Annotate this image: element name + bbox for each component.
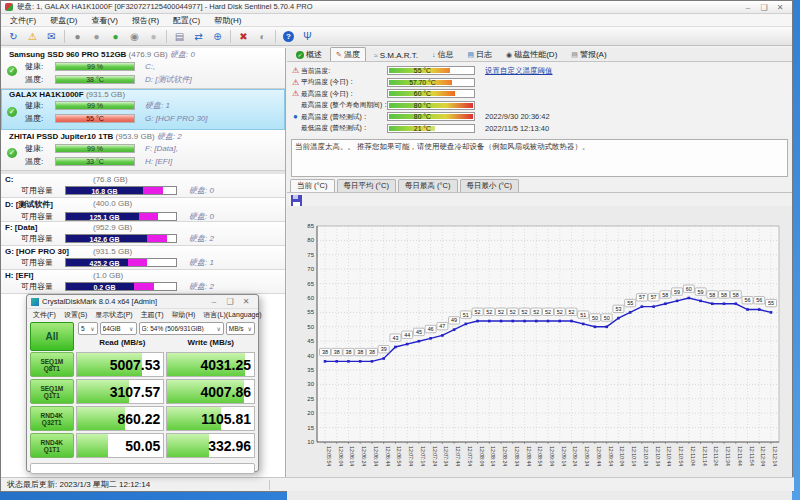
alert-doc-icon: ▤: [571, 51, 578, 59]
window-maximize-button[interactable]: ❑: [756, 3, 772, 12]
network-icon[interactable]: ⊕: [209, 29, 226, 44]
tab-log-doc[interactable]: ▤日志: [461, 47, 498, 61]
warning-icon[interactable]: ⚠: [24, 29, 41, 44]
cdm-test-label[interactable]: RND4KQ32T1: [30, 406, 74, 431]
disk-list-item[interactable]: ✓ZHITAI PSSD Jupiter10 1TB (953.9 GB) 硬盘…: [1, 130, 285, 171]
data-point-label: 38: [345, 349, 351, 355]
sync-icon[interactable]: ⇄: [190, 29, 207, 44]
data-point-label: 52: [475, 309, 481, 315]
menu-item[interactable]: 报告(R): [125, 15, 166, 26]
chart-tab-bar: 当前 (°C)每日平均 (°C)每日最高 (°C)每日最小 (°C): [287, 180, 792, 193]
cdm-all-button[interactable]: All: [30, 322, 74, 351]
tab-label: 日志: [476, 49, 492, 60]
cdm-write-cell[interactable]: 4031.25: [166, 352, 255, 377]
cdm-result-row: RND4KQ32T1860.221105.81: [30, 406, 255, 431]
cdm-minimize-button[interactable]: –: [206, 297, 222, 306]
disk-list-item[interactable]: ✓Samsung SSD 960 PRO 512GB (476.9 GB) 硬盘…: [1, 48, 285, 89]
cdm-test-label[interactable]: RND4KQ1T1: [30, 433, 74, 458]
cdm-read-cell[interactable]: 860.22: [76, 406, 165, 431]
app-icon: [5, 3, 13, 11]
warning-icon: ⚠: [290, 66, 301, 75]
menu-item[interactable]: 帮助(H): [207, 15, 248, 26]
set-threshold-link[interactable]: 设置自定义温度阈值: [485, 66, 553, 76]
partition-list-item[interactable]: H: [EFI](1.0 GB)可用容量0.2 GB硬盘: 2: [1, 270, 285, 294]
data-point-label: 46: [428, 326, 434, 332]
disk-offline-icon[interactable]: ●: [69, 29, 86, 44]
tab-alert-doc[interactable]: ▤警报(A): [565, 47, 612, 61]
refresh-icon: ↻: [9, 31, 17, 42]
capacity-magenta-fill: [147, 235, 167, 242]
usb-icon[interactable]: Ψ: [299, 29, 316, 44]
tab-info-arrow[interactable]: ↓信息: [426, 47, 460, 61]
partition-disk-ref: 硬盘: 2: [189, 281, 214, 292]
help-icon[interactable]: ?: [280, 29, 297, 44]
menu-item[interactable]: 配置(C): [166, 15, 207, 26]
cdm-close-button[interactable]: ✕: [238, 297, 254, 306]
disk-health-row: 健康:99 %硬盘: 1: [5, 99, 281, 112]
sphere-icon[interactable]: ●: [145, 29, 162, 44]
cdm-read-cell[interactable]: 5007.53: [76, 352, 165, 377]
partition-list-item[interactable]: C:(76.8 GB)可用容量16.8 GB硬盘: 0: [1, 174, 285, 198]
temperature-row: ⚠当前温度:55 °C设置自定义温度阈值: [287, 65, 792, 77]
mail-report-icon[interactable]: ✉: [43, 29, 60, 44]
menu-item[interactable]: 硬盘(D): [43, 15, 84, 26]
cdm-read-value: 860.22: [77, 407, 164, 430]
cdm-menu-item[interactable]: 设置(S): [60, 310, 91, 320]
temperature-row: 最高温度 (整个寿命周期间)：80 °C: [287, 100, 792, 112]
window-close-button[interactable]: ✕: [772, 3, 788, 12]
menu-item[interactable]: 查看(V): [84, 15, 125, 26]
health-ok-icon: ✓: [7, 148, 17, 158]
data-point-label: 44: [404, 332, 410, 338]
partition-list-item[interactable]: F: [Data](952.9 GB)可用容量142.6 GB硬盘: 2: [1, 222, 285, 246]
cdm-test-label[interactable]: SEQ1MQ8T1: [30, 352, 74, 377]
chart-tab[interactable]: 每日最小 (°C): [460, 179, 520, 192]
cdm-combo[interactable]: MB/s∨: [226, 322, 255, 335]
cdm-combo[interactable]: 64GiB∨: [100, 322, 137, 335]
cdm-menu-item[interactable]: 显示状态(P): [91, 310, 136, 320]
tab-check-circle[interactable]: ✓概述: [290, 47, 328, 61]
cdm-combo[interactable]: 5∨: [78, 322, 98, 335]
cdm-test-label[interactable]: SEQ1MQ1T1: [30, 379, 74, 404]
cdm-result-row: SEQ1MQ1T13107.574007.86: [30, 379, 255, 404]
document-icon[interactable]: ▤: [171, 29, 188, 44]
globe-gray-icon[interactable]: ◐: [254, 29, 271, 44]
window-minimize-button[interactable]: –: [740, 3, 756, 12]
disk-test-icon[interactable]: ●: [88, 29, 105, 44]
tab-thermometer[interactable]: ✎温度: [330, 47, 366, 61]
chart-tab[interactable]: 每日最高 (°C): [398, 179, 458, 192]
toolbar-separator: [275, 30, 276, 43]
monitor-error-icon[interactable]: ✖: [235, 29, 252, 44]
cdm-write-cell[interactable]: 332.96: [166, 433, 255, 458]
disk-ok-icon[interactable]: ●: [107, 29, 124, 44]
partition-list-item[interactable]: D: [测试软件](400.0 GB)可用容量125.1 GB硬盘: 0: [1, 198, 285, 222]
usb-icon: Ψ: [303, 31, 311, 42]
save-chart-icon[interactable]: [291, 195, 302, 206]
temp-label: 温度:: [25, 113, 55, 124]
disk-list-item[interactable]: ✓GALAX HA1K1000F (931.5 GB)健康:99 %硬盘: 1温…: [1, 89, 285, 130]
available-value: 0.2 GB: [66, 283, 143, 291]
chart-tab[interactable]: 当前 (°C): [290, 179, 335, 192]
cdm-write-cell[interactable]: 4007.86: [166, 379, 255, 404]
cdm-combo[interactable]: G: 54% (506/931GiB)∨: [139, 322, 224, 335]
cdm-menu-item[interactable]: 文件(F): [29, 310, 60, 320]
cdm-menu-item[interactable]: 帮助(H): [168, 310, 200, 320]
cdm-read-cell[interactable]: 3107.57: [76, 379, 165, 404]
refresh-icon[interactable]: ↻: [5, 29, 22, 44]
cdm-combo-value: G: 54% (506/931GiB): [142, 325, 204, 332]
menu-item[interactable]: 文件(F): [3, 15, 43, 26]
temperature-row-label: 最高温度 (曾经测试)：: [301, 112, 387, 122]
cdm-menu-item[interactable]: 主題(T): [137, 310, 168, 320]
chart-tab[interactable]: 每日平均 (°C): [337, 179, 397, 192]
cdm-read-cell[interactable]: 50.05: [76, 433, 165, 458]
disk-search-icon[interactable]: ◉: [126, 29, 143, 44]
x-axis-label: 12:12:04: [760, 446, 766, 466]
tab-wave[interactable]: ≈S.M.A.R.T.: [368, 49, 424, 61]
cdm-maximize-button[interactable]: ❑: [222, 297, 238, 306]
tab-performance[interactable]: ◉磁盘性能(D): [500, 47, 563, 61]
cdm-write-cell[interactable]: 1105.81: [166, 406, 255, 431]
cdm-test-queue: Q1T1: [44, 446, 60, 453]
x-axis-label: 12:08:54: [537, 446, 543, 466]
cdm-menu-item[interactable]: 语言(L)(Language): [199, 310, 265, 320]
partition-list-item[interactable]: G: [HOF PRO 30](931.5 GB)可用容量425.2 GB硬盘:…: [1, 246, 285, 270]
cdm-write-value: 1105.81: [167, 407, 254, 430]
